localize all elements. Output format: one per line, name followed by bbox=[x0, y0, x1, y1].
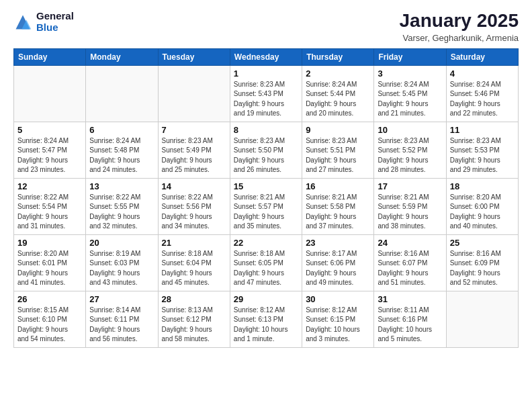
table-row: 27Sunrise: 8:14 AM Sunset: 6:11 PM Dayli… bbox=[86, 291, 158, 347]
day-info: Sunrise: 8:24 AM Sunset: 5:46 PM Dayligh… bbox=[450, 80, 515, 119]
day-number: 24 bbox=[378, 238, 442, 248]
day-number: 9 bbox=[306, 125, 370, 135]
page: General Blue January 2025 Varser, Geghar… bbox=[0, 0, 532, 356]
day-info: Sunrise: 8:23 AM Sunset: 5:52 PM Dayligh… bbox=[378, 136, 442, 175]
day-number: 21 bbox=[162, 238, 226, 248]
day-number: 18 bbox=[450, 181, 515, 191]
table-row: 15Sunrise: 8:21 AM Sunset: 5:57 PM Dayli… bbox=[230, 178, 302, 234]
table-row: 4Sunrise: 8:24 AM Sunset: 5:46 PM Daylig… bbox=[446, 65, 518, 122]
day-number: 27 bbox=[89, 294, 154, 304]
table-row: 26Sunrise: 8:15 AM Sunset: 6:10 PM Dayli… bbox=[14, 291, 86, 347]
table-row: 25Sunrise: 8:16 AM Sunset: 6:09 PM Dayli… bbox=[446, 234, 518, 291]
table-row: 6Sunrise: 8:24 AM Sunset: 5:48 PM Daylig… bbox=[86, 122, 158, 178]
day-number: 20 bbox=[89, 238, 154, 248]
table-row: 10Sunrise: 8:23 AM Sunset: 5:52 PM Dayli… bbox=[374, 122, 446, 178]
table-row bbox=[158, 65, 230, 122]
day-info: Sunrise: 8:15 AM Sunset: 6:10 PM Dayligh… bbox=[17, 306, 82, 345]
table-row: 5Sunrise: 8:24 AM Sunset: 5:47 PM Daylig… bbox=[14, 122, 86, 178]
header: General Blue January 2025 Varser, Geghar… bbox=[13, 11, 519, 43]
header-sunday: Sunday bbox=[14, 48, 86, 65]
logo-text: General Blue bbox=[36, 11, 74, 33]
table-row: 23Sunrise: 8:17 AM Sunset: 6:06 PM Dayli… bbox=[302, 234, 374, 291]
day-info: Sunrise: 8:23 AM Sunset: 5:43 PM Dayligh… bbox=[234, 80, 298, 119]
day-number: 11 bbox=[450, 125, 515, 135]
day-number: 2 bbox=[306, 68, 370, 79]
day-number: 29 bbox=[234, 294, 298, 304]
logo-icon bbox=[13, 13, 32, 32]
day-number: 8 bbox=[234, 125, 298, 135]
day-info: Sunrise: 8:18 AM Sunset: 6:04 PM Dayligh… bbox=[162, 249, 226, 288]
table-row: 7Sunrise: 8:23 AM Sunset: 5:49 PM Daylig… bbox=[158, 122, 230, 178]
day-info: Sunrise: 8:20 AM Sunset: 6:00 PM Dayligh… bbox=[450, 193, 515, 232]
day-info: Sunrise: 8:17 AM Sunset: 6:06 PM Dayligh… bbox=[306, 249, 370, 288]
day-number: 17 bbox=[378, 181, 442, 191]
day-info: Sunrise: 8:22 AM Sunset: 5:56 PM Dayligh… bbox=[162, 193, 226, 232]
title-block: January 2025 Varser, Gegharkunik, Armeni… bbox=[400, 11, 519, 43]
calendar-week-row: 26Sunrise: 8:15 AM Sunset: 6:10 PM Dayli… bbox=[14, 291, 519, 347]
day-number: 4 bbox=[450, 68, 515, 79]
day-number: 23 bbox=[306, 238, 370, 248]
table-row: 9Sunrise: 8:23 AM Sunset: 5:51 PM Daylig… bbox=[302, 122, 374, 178]
table-row: 19Sunrise: 8:20 AM Sunset: 6:01 PM Dayli… bbox=[14, 234, 86, 291]
day-info: Sunrise: 8:16 AM Sunset: 6:07 PM Dayligh… bbox=[378, 249, 442, 288]
table-row: 28Sunrise: 8:13 AM Sunset: 6:12 PM Dayli… bbox=[158, 291, 230, 347]
day-info: Sunrise: 8:23 AM Sunset: 5:51 PM Dayligh… bbox=[306, 136, 370, 175]
calendar-week-row: 19Sunrise: 8:20 AM Sunset: 6:01 PM Dayli… bbox=[14, 234, 519, 291]
table-row: 21Sunrise: 8:18 AM Sunset: 6:04 PM Dayli… bbox=[158, 234, 230, 291]
logo-general-label: General bbox=[36, 11, 74, 22]
table-row: 3Sunrise: 8:24 AM Sunset: 5:45 PM Daylig… bbox=[374, 65, 446, 122]
day-info: Sunrise: 8:23 AM Sunset: 5:53 PM Dayligh… bbox=[450, 136, 515, 175]
calendar-week-row: 1Sunrise: 8:23 AM Sunset: 5:43 PM Daylig… bbox=[14, 65, 519, 122]
day-number: 6 bbox=[89, 125, 154, 135]
table-row: 31Sunrise: 8:11 AM Sunset: 6:16 PM Dayli… bbox=[374, 291, 446, 347]
day-number: 28 bbox=[162, 294, 226, 304]
day-number: 7 bbox=[162, 125, 226, 135]
day-info: Sunrise: 8:24 AM Sunset: 5:48 PM Dayligh… bbox=[89, 136, 154, 175]
day-number: 22 bbox=[234, 238, 298, 248]
calendar-week-row: 12Sunrise: 8:22 AM Sunset: 5:54 PM Dayli… bbox=[14, 178, 519, 234]
table-row bbox=[14, 65, 86, 122]
day-info: Sunrise: 8:24 AM Sunset: 5:44 PM Dayligh… bbox=[306, 80, 370, 119]
day-number: 26 bbox=[17, 294, 82, 304]
table-row: 8Sunrise: 8:23 AM Sunset: 5:50 PM Daylig… bbox=[230, 122, 302, 178]
day-info: Sunrise: 8:12 AM Sunset: 6:13 PM Dayligh… bbox=[234, 306, 298, 345]
day-number: 13 bbox=[89, 181, 154, 191]
table-row: 29Sunrise: 8:12 AM Sunset: 6:13 PM Dayli… bbox=[230, 291, 302, 347]
day-info: Sunrise: 8:21 AM Sunset: 5:58 PM Dayligh… bbox=[306, 193, 370, 232]
table-row: 14Sunrise: 8:22 AM Sunset: 5:56 PM Dayli… bbox=[158, 178, 230, 234]
day-info: Sunrise: 8:16 AM Sunset: 6:09 PM Dayligh… bbox=[450, 249, 515, 288]
day-info: Sunrise: 8:24 AM Sunset: 5:47 PM Dayligh… bbox=[17, 136, 82, 175]
table-row: 17Sunrise: 8:21 AM Sunset: 5:59 PM Dayli… bbox=[374, 178, 446, 234]
header-saturday: Saturday bbox=[446, 48, 518, 65]
day-number: 1 bbox=[234, 68, 298, 79]
table-row: 12Sunrise: 8:22 AM Sunset: 5:54 PM Dayli… bbox=[14, 178, 86, 234]
day-number: 19 bbox=[17, 238, 82, 248]
table-row bbox=[86, 65, 158, 122]
day-number: 3 bbox=[378, 68, 442, 79]
header-friday: Friday bbox=[374, 48, 446, 65]
day-info: Sunrise: 8:19 AM Sunset: 6:03 PM Dayligh… bbox=[89, 249, 154, 288]
calendar-title: January 2025 bbox=[400, 11, 519, 32]
day-info: Sunrise: 8:23 AM Sunset: 5:49 PM Dayligh… bbox=[162, 136, 226, 175]
header-thursday: Thursday bbox=[302, 48, 374, 65]
table-row: 13Sunrise: 8:22 AM Sunset: 5:55 PM Dayli… bbox=[86, 178, 158, 234]
header-monday: Monday bbox=[86, 48, 158, 65]
day-number: 15 bbox=[234, 181, 298, 191]
day-number: 31 bbox=[378, 294, 442, 304]
day-info: Sunrise: 8:11 AM Sunset: 6:16 PM Dayligh… bbox=[378, 306, 442, 345]
day-number: 14 bbox=[162, 181, 226, 191]
day-info: Sunrise: 8:22 AM Sunset: 5:54 PM Dayligh… bbox=[17, 193, 82, 232]
day-number: 5 bbox=[17, 125, 82, 135]
day-info: Sunrise: 8:22 AM Sunset: 5:55 PM Dayligh… bbox=[89, 193, 154, 232]
table-row: 1Sunrise: 8:23 AM Sunset: 5:43 PM Daylig… bbox=[230, 65, 302, 122]
header-wednesday: Wednesday bbox=[230, 48, 302, 65]
calendar-week-row: 5Sunrise: 8:24 AM Sunset: 5:47 PM Daylig… bbox=[14, 122, 519, 178]
table-row: 2Sunrise: 8:24 AM Sunset: 5:44 PM Daylig… bbox=[302, 65, 374, 122]
table-row: 18Sunrise: 8:20 AM Sunset: 6:00 PM Dayli… bbox=[446, 178, 518, 234]
calendar-subtitle: Varser, Gegharkunik, Armenia bbox=[400, 33, 519, 43]
table-row bbox=[446, 291, 518, 347]
table-row: 22Sunrise: 8:18 AM Sunset: 6:05 PM Dayli… bbox=[230, 234, 302, 291]
day-info: Sunrise: 8:12 AM Sunset: 6:15 PM Dayligh… bbox=[306, 306, 370, 345]
table-row: 16Sunrise: 8:21 AM Sunset: 5:58 PM Dayli… bbox=[302, 178, 374, 234]
table-row: 11Sunrise: 8:23 AM Sunset: 5:53 PM Dayli… bbox=[446, 122, 518, 178]
